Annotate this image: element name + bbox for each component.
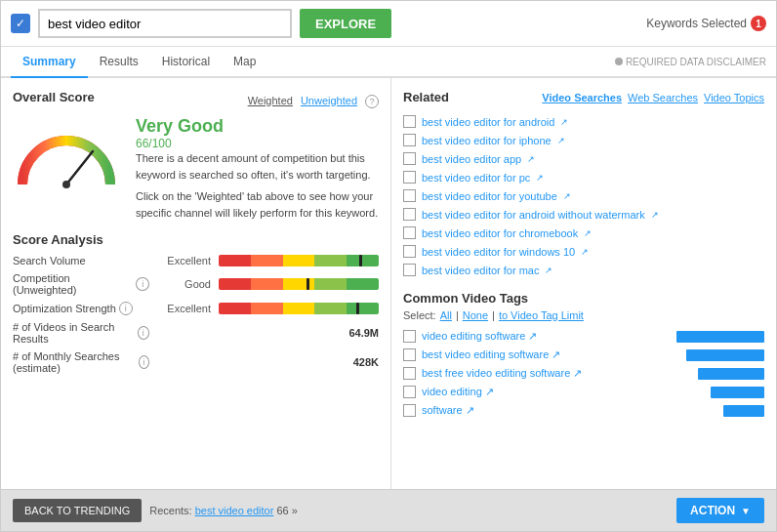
keywords-selected: Keywords Selected 1 [646, 16, 766, 31]
tab-summary[interactable]: Summary [11, 47, 88, 78]
keywords-label: Keywords Selected [646, 17, 747, 30]
related-item-label: best video editor for android without wa… [422, 209, 645, 221]
select-pipe: | [456, 309, 459, 321]
related-list: best video editor for android ↗ best vid… [403, 112, 764, 279]
related-checkbox[interactable] [403, 264, 416, 276]
related-tabs: Video Searches Web Searches Video Topics [542, 92, 764, 103]
tag-item: software ↗ [403, 401, 764, 420]
related-item-label: best video editor for android [422, 116, 554, 128]
select-none-link[interactable]: None [463, 309, 488, 321]
tags-select: Select: All | None | to Video Tag Limit [403, 309, 764, 321]
related-item-label: best video editor for mac [422, 265, 539, 276]
related-item[interactable]: best video editor for youtube ↗ [403, 186, 764, 205]
right-panel: Related Video Searches Web Searches Vide… [391, 78, 776, 489]
related-item[interactable]: best video editor for chromebook ↗ [403, 224, 764, 242]
competition-info-icon[interactable]: i [136, 277, 149, 291]
checkbox-icon[interactable]: ✓ [11, 14, 30, 33]
tag-label[interactable]: video editing ↗ [422, 386, 705, 398]
tag-item: video editing ↗ [403, 383, 764, 401]
related-item[interactable]: best video editor for android ↗ [403, 112, 764, 131]
tag-label[interactable]: best video editing software ↗ [422, 348, 680, 361]
optimization-info-icon[interactable]: i [119, 302, 133, 315]
external-link-icon: ↗ [584, 228, 592, 238]
related-item-label: best video editor app [422, 153, 521, 165]
score-info-icon[interactable]: ? [365, 95, 379, 108]
related-checkbox[interactable] [403, 115, 416, 128]
related-item-label: best video editor for pc [422, 172, 530, 184]
related-checkbox[interactable] [403, 152, 416, 165]
score-analysis: Score Analysis Search Volume Excellent [13, 232, 379, 374]
score-analysis-title: Score Analysis [13, 232, 379, 247]
tag-checkbox[interactable] [403, 386, 416, 398]
recent-link[interactable]: best video editor [195, 505, 274, 516]
related-tab-video-topics[interactable]: Video Topics [704, 92, 764, 103]
action-label: ACTION [690, 504, 735, 517]
search-volume-label: Search Volume [13, 255, 149, 266]
related-item[interactable]: best video editor for mac ↗ [403, 261, 764, 279]
select-limit-link[interactable]: to Video Tag Limit [499, 309, 584, 321]
related-item[interactable]: best video editor for android without wa… [403, 205, 764, 224]
select-to: | [492, 309, 495, 321]
very-good-label: Very Good [136, 116, 379, 137]
action-button[interactable]: ACTION ▼ [676, 498, 764, 523]
related-checkbox[interactable] [403, 208, 416, 221]
tab-map[interactable]: Map [222, 47, 267, 78]
main-content: Overall Score Weighted Unweighted ? [1, 78, 776, 489]
related-item-label: best video editor for windows 10 [422, 246, 575, 258]
top-bar: ✓ EXPLORE Keywords Selected 1 [1, 1, 776, 47]
related-tab-web-searches[interactable]: Web Searches [628, 92, 698, 103]
tag-label[interactable]: best free video editing software ↗ [422, 367, 692, 380]
tag-checkbox[interactable] [403, 330, 416, 343]
monthly-label: # of Monthly Searches (estimate) i [13, 350, 149, 374]
competition-rating: Good [157, 278, 211, 290]
monthly-info-icon[interactable]: i [139, 355, 149, 369]
weighted-tab[interactable]: Weighted [248, 95, 293, 108]
tab-results[interactable]: Results [88, 47, 150, 78]
select-all-link[interactable]: All [440, 309, 452, 321]
related-tab-video-searches[interactable]: Video Searches [542, 92, 622, 103]
videos-info-icon[interactable]: i [138, 326, 149, 340]
tag-bar [686, 349, 764, 361]
search-volume-bar [219, 255, 379, 266]
app-container: ✓ EXPLORE Keywords Selected 1 Summary Re… [0, 0, 777, 532]
external-link-icon: ↗ [527, 154, 535, 164]
related-item[interactable]: best video editor for windows 10 ↗ [403, 242, 764, 261]
related-item[interactable]: best video editor for pc ↗ [403, 168, 764, 186]
score-description1: There is a decent amount of competition … [136, 150, 379, 183]
tab-historical[interactable]: Historical [150, 47, 222, 78]
related-checkbox[interactable] [403, 189, 416, 202]
competition-indicator [307, 278, 309, 290]
search-input[interactable] [38, 9, 292, 38]
external-link-icon: ↗ [563, 191, 571, 201]
related-checkbox[interactable] [403, 245, 416, 258]
tag-label[interactable]: video editing software ↗ [422, 330, 671, 343]
videos-label: # of Videos in Search Results i [13, 321, 149, 345]
disclaimer-text: REQUIRED DATA DISCLAIMER [626, 57, 766, 67]
tag-item: best free video editing software ↗ [403, 364, 764, 383]
related-item-label: best video editor for youtube [422, 190, 557, 202]
disclaimer: REQUIRED DATA DISCLAIMER [615, 47, 766, 76]
related-item[interactable]: best video editor for iphone ↗ [403, 131, 764, 149]
related-checkbox[interactable] [403, 226, 416, 239]
explore-button[interactable]: EXPLORE [300, 9, 391, 38]
related-checkbox[interactable] [403, 134, 416, 146]
action-arrow-icon: ▼ [741, 506, 751, 516]
tag-label[interactable]: software ↗ [422, 404, 717, 417]
tag-checkbox[interactable] [403, 348, 416, 361]
related-item-label: best video editor for iphone [422, 135, 552, 146]
bottom-bar: BACK TO TRENDING Recents: best video edi… [1, 489, 776, 531]
tag-checkbox[interactable] [403, 404, 416, 417]
recent-label: Recents: best video editor 66 » [149, 505, 298, 516]
related-item-label: best video editor for chromebook [422, 227, 578, 239]
related-checkbox[interactable] [403, 171, 416, 184]
gauge-svg [13, 124, 120, 192]
related-item[interactable]: best video editor app ↗ [403, 149, 764, 168]
back-to-trending-button[interactable]: BACK TO TRENDING [13, 499, 142, 522]
svg-line-0 [66, 151, 93, 184]
tag-bar [698, 368, 764, 380]
related-header: Related Video Searches Web Searches Vide… [403, 90, 764, 104]
score-tabs: Weighted Unweighted ? [248, 95, 379, 108]
tag-checkbox[interactable] [403, 367, 416, 380]
analysis-row-competition: Competition (Unweighted) i Good [13, 272, 379, 296]
unweighted-tab[interactable]: Unweighted [301, 95, 357, 108]
